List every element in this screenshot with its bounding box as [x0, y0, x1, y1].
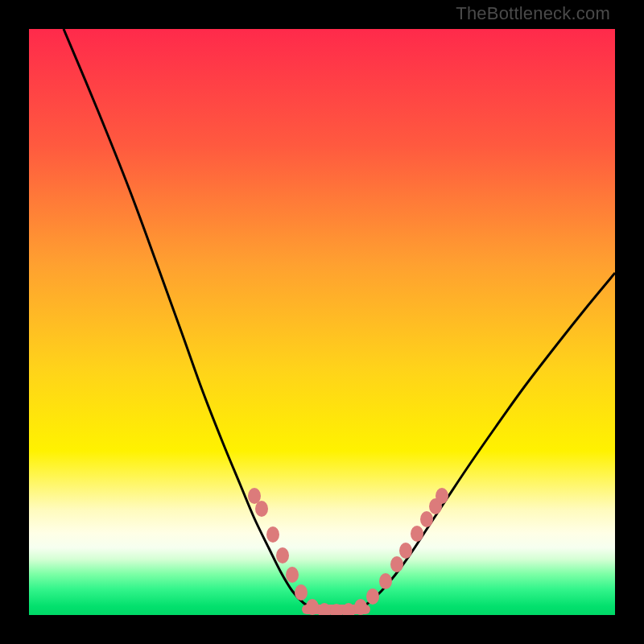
- data-marker: [354, 599, 367, 615]
- data-marker: [255, 501, 268, 517]
- data-marker: [436, 488, 448, 504]
- data-marker: [276, 547, 289, 564]
- data-marker: [366, 588, 379, 605]
- chart-canvas: [29, 29, 615, 615]
- watermark-text: TheBottleneck.com: [456, 3, 610, 24]
- data-marker: [266, 526, 279, 543]
- data-marker: [390, 556, 403, 572]
- data-marker: [286, 567, 299, 583]
- data-marker: [411, 526, 423, 542]
- data-marker: [399, 543, 412, 559]
- data-marker: [420, 511, 433, 527]
- data-marker: [295, 584, 308, 601]
- data-marker: [306, 599, 319, 615]
- chart-frame: [29, 29, 615, 615]
- curve-right-curve: [347, 273, 615, 613]
- data-marker: [379, 573, 392, 589]
- marker-group: [248, 488, 448, 615]
- curve-left-curve: [64, 29, 327, 613]
- series-group: [64, 29, 615, 613]
